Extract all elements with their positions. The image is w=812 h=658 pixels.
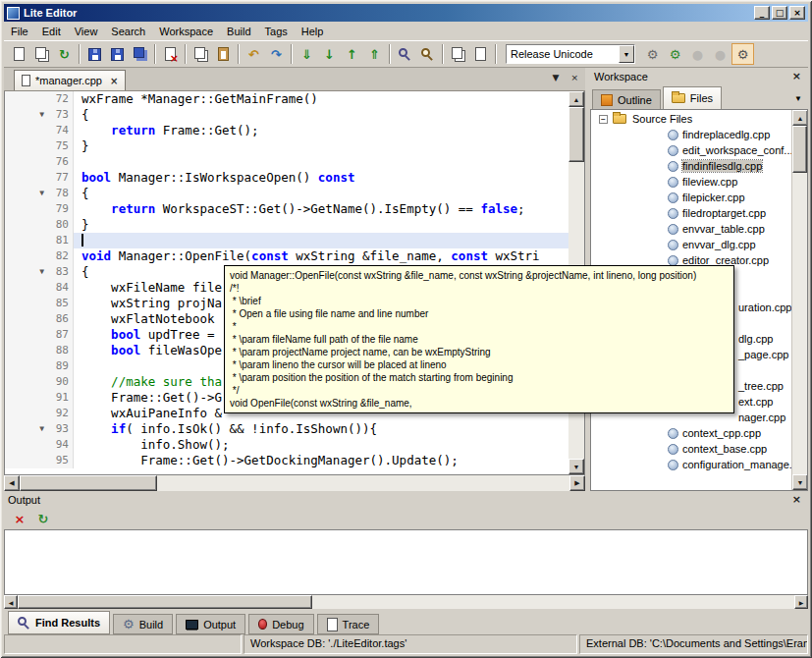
bottom-tab-trace[interactable]: Trace — [317, 614, 380, 634]
fold-marker-icon[interactable]: ▼ — [5, 264, 48, 280]
tree-item[interactable]: filepicker.cpp — [591, 190, 791, 205]
save-file-as-button[interactable] — [106, 43, 129, 65]
find-in-files-button[interactable] — [416, 43, 439, 65]
tree-item[interactable]: envvar_dlg.cpp — [591, 237, 791, 252]
code-line[interactable]: ▼73{ — [5, 107, 568, 123]
copy-button[interactable] — [189, 43, 212, 65]
code-line[interactable]: 72wxFrame *Manager::GetMainFrame() — [5, 91, 568, 107]
undo-button[interactable]: ↶ — [243, 43, 265, 65]
code-line[interactable]: 76 — [5, 154, 568, 170]
repeat-command-button[interactable]: ↻ — [33, 509, 53, 528]
tree-item[interactable]: context_base.cpp — [591, 441, 791, 457]
next-bookmark-button[interactable]: ↓ — [318, 43, 341, 65]
tree-root-source-files[interactable]: −Source Files — [591, 111, 791, 127]
clear-output-button[interactable]: × — [10, 509, 29, 528]
code-line[interactable]: 80} — [5, 217, 568, 233]
workspace-close-icon[interactable]: × — [789, 69, 804, 83]
tree-vscrollbar[interactable]: ▲ ▼ — [791, 110, 807, 490]
save-file-button[interactable] — [83, 43, 106, 65]
bottom-tab-output[interactable]: Output — [176, 614, 245, 634]
bottom-tab-debug[interactable]: Debug — [248, 614, 313, 634]
bottom-tab-find-results[interactable]: Find Results — [8, 611, 110, 634]
tree-item[interactable]: envvar_table.cpp — [591, 221, 791, 237]
tree-item[interactable]: fileview.cpp — [591, 174, 791, 190]
tab-outline[interactable]: Outline — [592, 89, 661, 109]
menu-workspace[interactable]: Workspace — [152, 24, 220, 39]
code-line[interactable]: 74 return Frame::Get(); — [5, 123, 568, 138]
menu-build[interactable]: Build — [220, 24, 257, 39]
hscroll-thumb[interactable] — [20, 475, 157, 491]
swap-header-source-button[interactable] — [447, 43, 469, 65]
hscroll-track[interactable] — [157, 475, 569, 491]
editor-hscrollbar[interactable]: ◀ ▶ — [4, 475, 585, 491]
collapse-icon[interactable]: − — [599, 115, 608, 124]
tab-manager-cpp[interactable]: *manager.cpp × — [14, 70, 126, 90]
code-line[interactable]: ▼93 if( info.IsOk() && !info.IsShown()){ — [5, 421, 568, 437]
tree-vscroll-thumb[interactable] — [792, 126, 807, 173]
tree-item[interactable]: context_cpp.cpp — [591, 425, 791, 441]
code-line[interactable]: 79 return WorkspaceST::Get()->GetName().… — [5, 201, 568, 217]
scroll-down-icon[interactable]: ▼ — [568, 459, 584, 474]
tree-vscroll-track[interactable] — [792, 173, 807, 474]
tree-item[interactable]: edit_workspace_conf... — [591, 142, 791, 158]
close-button[interactable]: × — [789, 6, 805, 20]
scroll-right-icon[interactable]: ▶ — [569, 475, 585, 491]
fold-marker-icon[interactable]: ▼ — [5, 186, 48, 201]
tab-files[interactable]: Files — [663, 86, 722, 109]
menu-search[interactable]: Search — [104, 24, 152, 39]
tree-item[interactable]: findreplacedlg.cpp — [591, 127, 791, 142]
save-all-button[interactable] — [129, 43, 151, 65]
code-line[interactable]: 77bool Manager::IsWorkspaceOpen() const — [5, 170, 568, 186]
menu-file[interactable]: File — [4, 24, 35, 39]
tree-scroll-up-icon[interactable]: ▲ — [792, 110, 808, 126]
tab-list-dropdown-icon[interactable]: ▼ — [550, 72, 563, 84]
workspace-tab-dropdown-icon[interactable]: ▼ — [794, 94, 802, 103]
scroll-left-icon[interactable]: ◀ — [4, 475, 20, 491]
close-file-button[interactable] — [159, 43, 182, 65]
code-line[interactable]: 75} — [5, 138, 568, 154]
code-line[interactable]: 82void Manager::OpenFile(const wxString … — [5, 248, 568, 264]
clear-bookmarks-button[interactable]: ⇑ — [363, 43, 386, 65]
previous-bookmark-button[interactable]: ↑ — [341, 43, 363, 65]
minimize-button[interactable]: _ — [754, 6, 770, 20]
output-hscrollbar[interactable]: ◀ ▶ — [4, 595, 808, 609]
output-close-icon[interactable]: × — [789, 492, 804, 507]
menu-help[interactable]: Help — [295, 24, 331, 39]
redo-button[interactable]: ↷ — [265, 43, 288, 65]
output-hscroll-track[interactable] — [312, 595, 794, 609]
stop-build-button[interactable]: ● — [709, 43, 731, 65]
build-project-button[interactable]: ● — [686, 43, 709, 65]
clean-project-button[interactable]: ⚙ — [731, 43, 754, 65]
tab-bar-close-icon[interactable]: × — [568, 72, 581, 84]
build-config-combo[interactable]: Release Unicode▼ — [506, 44, 635, 64]
toggle-bookmark-button[interactable]: ⇓ — [296, 43, 318, 65]
fold-marker-icon[interactable]: ▼ — [5, 107, 48, 123]
output-text[interactable] — [4, 529, 808, 595]
open-file-button[interactable] — [30, 43, 53, 65]
vscroll-thumb[interactable] — [568, 107, 584, 162]
reload-file-button[interactable]: ↻ — [53, 43, 76, 65]
paste-button[interactable] — [212, 43, 235, 65]
new-file-button[interactable] — [8, 43, 30, 65]
code-line[interactable]: 81 — [5, 233, 568, 248]
maximize-button[interactable]: □ — [772, 6, 787, 20]
menu-view[interactable]: View — [68, 24, 105, 39]
output-scroll-left-icon[interactable]: ◀ — [4, 595, 18, 609]
code-line[interactable]: 94 info.Show(); — [5, 437, 568, 453]
environment-settings-button[interactable]: ⚙ — [664, 43, 686, 65]
code-line[interactable]: 95 Frame::Get()->GetDockingManager().Upd… — [5, 453, 568, 468]
title-bar[interactable]: Lite Editor _ □ × — [4, 4, 808, 22]
tags-options-button[interactable]: ⚙ — [641, 43, 664, 65]
tree-item[interactable]: findinfilesdlg.cpp — [591, 158, 791, 174]
tree-scroll-down-icon[interactable]: ▼ — [792, 474, 808, 490]
output-scroll-right-icon[interactable]: ▶ — [794, 595, 808, 609]
goto-definition-button[interactable] — [469, 43, 492, 65]
tree-item[interactable]: filedroptarget.cpp — [591, 205, 791, 221]
code-line[interactable]: ▼78{ — [5, 186, 568, 201]
bottom-tab-build[interactable]: ⚙Build — [113, 614, 173, 634]
output-hscroll-thumb[interactable] — [18, 595, 312, 609]
combo-dropdown-icon[interactable]: ▼ — [619, 45, 634, 63]
tab-close-icon[interactable]: × — [110, 76, 118, 86]
scroll-up-icon[interactable]: ▲ — [568, 91, 584, 107]
find-button[interactable] — [394, 43, 416, 65]
